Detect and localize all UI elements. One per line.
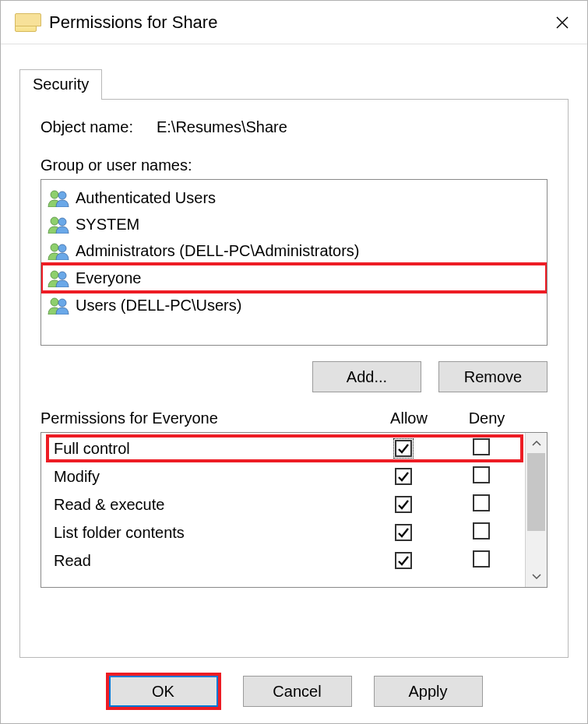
group-row[interactable]: Users (DELL-PC\Users) — [41, 292, 547, 318]
add-remove-row: Add... Remove — [40, 361, 548, 392]
svg-point-11 — [58, 299, 66, 307]
window-title: Permissions for Share — [49, 12, 217, 33]
permission-row: Modify — [49, 462, 520, 490]
svg-point-9 — [58, 272, 66, 279]
deny-checkbox[interactable] — [473, 438, 490, 455]
svg-point-7 — [58, 244, 66, 252]
group-icon — [48, 269, 69, 287]
titlebar: Permissions for Share — [1, 1, 587, 44]
allow-checkbox[interactable] — [395, 468, 412, 485]
folder-icon — [15, 13, 37, 32]
ok-highlight: OK — [106, 673, 221, 710]
svg-point-4 — [51, 217, 58, 225]
group-label: SYSTEM — [76, 216, 139, 234]
group-label: Users (DELL-PC\Users) — [76, 297, 241, 315]
group-label: Administrators (DELL-PC\Administrators) — [76, 242, 360, 260]
scroll-thumb[interactable] — [527, 453, 545, 531]
svg-point-10 — [51, 298, 58, 306]
permissions-header: Permissions for Everyone Allow Deny — [40, 409, 548, 427]
permission-row: Read & execute — [49, 490, 520, 518]
permission-label: Full control — [49, 440, 364, 458]
group-icon — [48, 215, 69, 234]
group-row[interactable]: Authenticated Users — [41, 185, 547, 211]
scroll-down-button[interactable] — [526, 567, 547, 587]
svg-point-6 — [51, 244, 58, 251]
cancel-button[interactable]: Cancel — [243, 676, 352, 707]
dialog-footer: OK Cancel Apply — [1, 666, 587, 723]
scroll-track[interactable] — [526, 453, 547, 567]
permission-row: Full control — [46, 434, 523, 462]
groups-listbox[interactable]: Authenticated UsersSYSTEMAdministrators … — [40, 179, 548, 346]
svg-point-2 — [51, 191, 58, 199]
permission-label: Read — [49, 552, 364, 570]
group-label: Authenticated Users — [76, 189, 216, 207]
chevron-up-icon — [532, 440, 541, 446]
deny-checkbox[interactable] — [473, 550, 490, 568]
allow-checkbox[interactable] — [395, 440, 412, 457]
group-row[interactable]: SYSTEM — [41, 211, 547, 237]
deny-checkbox[interactable] — [473, 466, 490, 483]
object-name-value: E:\Resumes\Share — [157, 118, 287, 136]
permission-label: List folder contents — [49, 524, 364, 542]
object-name-label: Object name: — [40, 118, 133, 136]
allow-checkbox[interactable] — [395, 496, 412, 513]
permission-label: Modify — [49, 468, 364, 486]
svg-point-3 — [58, 192, 66, 199]
allow-checkbox[interactable] — [395, 552, 412, 569]
allow-checkbox[interactable] — [395, 524, 412, 541]
add-button[interactable]: Add... — [312, 361, 421, 392]
deny-column-header: Deny — [448, 409, 526, 427]
allow-column-header: Allow — [370, 409, 448, 427]
apply-button[interactable]: Apply — [374, 676, 483, 707]
tab-content: Object name: E:\Resumes\Share Group or u… — [19, 99, 569, 658]
close-button[interactable] — [545, 5, 579, 40]
object-name-row: Object name: E:\Resumes\Share — [40, 118, 548, 136]
ok-button[interactable]: OK — [109, 676, 218, 707]
remove-button[interactable]: Remove — [438, 361, 548, 392]
permission-label: Read & execute — [49, 496, 364, 514]
group-icon — [48, 188, 69, 207]
permissions-scrollbar[interactable] — [525, 433, 547, 587]
group-row[interactable]: Everyone — [40, 262, 548, 293]
groups-label: Group or user names: — [40, 156, 548, 174]
group-icon — [48, 296, 69, 315]
deny-checkbox[interactable] — [473, 494, 490, 511]
permissions-dialog: Permissions for Share Security Object na… — [0, 0, 588, 724]
permissions-listbox: Full controlModifyRead & executeList fol… — [40, 432, 548, 588]
scroll-up-button[interactable] — [526, 433, 547, 453]
deny-checkbox[interactable] — [473, 522, 490, 539]
svg-point-5 — [58, 218, 66, 226]
close-icon — [555, 16, 569, 30]
group-row[interactable]: Administrators (DELL-PC\Administrators) — [41, 237, 547, 264]
dialog-body: Security Object name: E:\Resumes\Share G… — [1, 44, 587, 666]
permission-row: List folder contents — [49, 518, 520, 547]
tab-security[interactable]: Security — [19, 69, 102, 100]
permission-row: Read — [49, 547, 520, 575]
tab-strip: Security — [19, 66, 569, 99]
group-label: Everyone — [76, 269, 142, 287]
chevron-down-icon — [532, 574, 541, 580]
group-icon — [48, 241, 69, 260]
permissions-for-label: Permissions for Everyone — [40, 409, 370, 427]
svg-point-8 — [51, 271, 58, 279]
